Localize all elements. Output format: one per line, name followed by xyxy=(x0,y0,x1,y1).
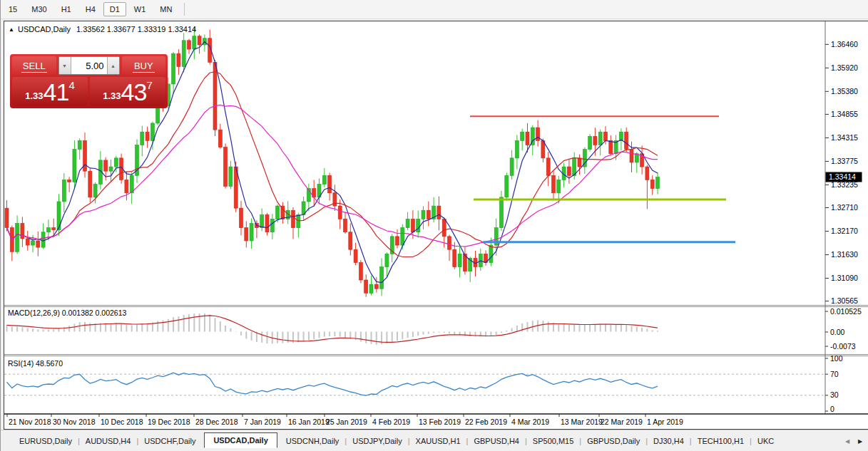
timeframe-w1-button[interactable]: W1 xyxy=(128,2,153,16)
candle xyxy=(130,175,133,192)
candle xyxy=(270,219,274,232)
candle xyxy=(150,123,154,140)
chart-tab-usdjpy-daily[interactable]: USDJPY,Daily xyxy=(349,434,405,448)
time-axis-label: 1 Apr 2019 xyxy=(647,418,683,426)
volume-input[interactable] xyxy=(71,57,107,74)
tab-scroll-buttons: ◀▶ xyxy=(842,435,866,447)
chart-tab-bar: EURUSD,Daily|AUDUSD,H4|USDCHF,DailyUSDCA… xyxy=(1,430,868,451)
candle xyxy=(385,254,389,266)
volume-decrease-icon[interactable]: ▼ xyxy=(59,57,71,74)
candle xyxy=(505,175,509,197)
price-axis-label: 1.35920 xyxy=(831,63,858,72)
chart-tab-usdchf-daily[interactable]: USDCHF,Daily xyxy=(141,434,198,448)
candle xyxy=(21,224,24,239)
rsi-axis-label: 0 xyxy=(830,405,834,413)
timeframe-15-button[interactable]: 15 xyxy=(2,2,24,16)
candle xyxy=(125,180,128,192)
current-price-label: 1.33414 xyxy=(829,172,856,181)
tab-separator: | xyxy=(136,437,138,445)
mt4-window: 15M30H1H4D1W1MN 1.364601.359201.353801.3… xyxy=(0,0,868,451)
rsi-axis-label: 100 xyxy=(830,354,843,363)
sell-price-prefix: 1.33 xyxy=(25,90,43,101)
timeframe-h1-button[interactable]: H1 xyxy=(55,2,78,16)
candle xyxy=(109,167,113,171)
candle xyxy=(489,245,493,262)
candle xyxy=(245,228,248,241)
tab-separator: | xyxy=(525,437,527,445)
candle xyxy=(276,206,280,219)
chart-tab-usdcad-daily[interactable]: USDCAD,Daily xyxy=(204,432,277,448)
candle xyxy=(240,208,243,228)
buy-button[interactable]: BUY xyxy=(122,56,166,75)
price-axis-label: 1.34855 xyxy=(831,110,858,118)
chart-tab-tech100-h1[interactable]: TECH100,H1 xyxy=(695,434,747,448)
chart-tab-gbpusd-h4[interactable]: GBPUSD,H4 xyxy=(471,434,522,448)
chart-tab-dj30-h4[interactable]: DJ30,H4 xyxy=(650,434,687,448)
macd-signal-line xyxy=(7,316,658,343)
timeframe-d1-button[interactable]: D1 xyxy=(103,2,126,16)
candle xyxy=(650,180,654,188)
candle xyxy=(68,180,71,182)
candle xyxy=(250,224,253,241)
candle xyxy=(417,219,420,232)
candle xyxy=(93,185,97,197)
candle xyxy=(182,41,185,67)
tab-scroll-right-icon[interactable]: ▶ xyxy=(854,435,866,447)
collapse-panel-icon[interactable]: ▲ xyxy=(9,26,14,33)
timeframe-mn-button[interactable]: MN xyxy=(153,2,178,16)
time-axis-label: 30 Nov 2018 xyxy=(53,418,96,426)
candle xyxy=(260,214,264,227)
candle xyxy=(448,237,451,249)
macd-axis-label: 0.010525 xyxy=(830,307,862,316)
candle xyxy=(104,160,108,171)
time-axis-label: 22 Mar 2019 xyxy=(601,418,643,426)
chart-tab-eurusd-daily[interactable]: EURUSD,Daily xyxy=(16,434,75,448)
candle xyxy=(526,132,529,145)
price-axis[interactable]: 1.364601.359201.353801.348551.343151.337… xyxy=(825,40,862,305)
candle xyxy=(598,132,602,145)
chart-tab-gbpusd-daily[interactable]: GBPUSD,Daily xyxy=(584,434,643,448)
sell-price-display[interactable]: 1.33414 xyxy=(12,77,88,106)
macd-indicator-label: MACD(12,26,9) 0.001382 0.002613 xyxy=(8,309,127,317)
chart-tab-usdcnh-daily[interactable]: USDCNH,Daily xyxy=(283,434,342,448)
candle xyxy=(198,36,201,45)
candle xyxy=(172,53,175,84)
buy-price-display[interactable]: 1.33437 xyxy=(90,77,165,106)
chart-tab-ukc[interactable]: UKC xyxy=(755,434,777,448)
price-axis-label: 1.31630 xyxy=(831,250,858,259)
candle xyxy=(265,214,269,232)
time-axis-label: 25 Jan 2019 xyxy=(326,418,367,426)
candle xyxy=(510,158,514,175)
candle xyxy=(406,219,409,227)
candle xyxy=(344,219,347,232)
candle xyxy=(458,254,461,266)
tab-scroll-left-icon[interactable]: ◀ xyxy=(842,435,853,447)
candle xyxy=(57,202,61,230)
candle xyxy=(401,228,404,245)
tab-separator: | xyxy=(645,437,648,445)
indicator-axis: 0.0105250.00-0.007310070300 xyxy=(825,307,862,413)
candle xyxy=(5,208,9,228)
candle xyxy=(338,206,342,219)
buy-price-pipette: 7 xyxy=(146,79,152,91)
timeframe-h4-button[interactable]: H4 xyxy=(79,2,102,16)
rsi-line xyxy=(7,373,658,395)
candle xyxy=(62,180,66,202)
candle xyxy=(224,147,228,187)
time-axis-label: 4 Feb 2019 xyxy=(372,418,410,426)
sell-price-big: 41 xyxy=(44,80,69,104)
candle xyxy=(604,132,608,140)
toolbar-separator xyxy=(184,3,185,16)
volume-increase-icon[interactable]: ▲ xyxy=(107,57,119,74)
candle xyxy=(427,210,430,219)
sell-button[interactable]: SELL xyxy=(12,56,56,75)
chart-tab-audusd-h4[interactable]: AUDUSD,H4 xyxy=(83,434,134,448)
chart-tab-sp500-m15[interactable]: SP500,M15 xyxy=(530,434,576,448)
time-axis[interactable]: 21 Nov 201830 Nov 201810 Dec 201819 Dec … xyxy=(7,414,683,426)
timeframe-m30-button[interactable]: M30 xyxy=(25,2,53,16)
candle xyxy=(359,263,362,280)
candle xyxy=(73,150,76,182)
candle xyxy=(374,284,378,289)
candle xyxy=(41,232,45,247)
chart-tab-xauusd-h1[interactable]: XAUUSD,H1 xyxy=(413,434,464,448)
